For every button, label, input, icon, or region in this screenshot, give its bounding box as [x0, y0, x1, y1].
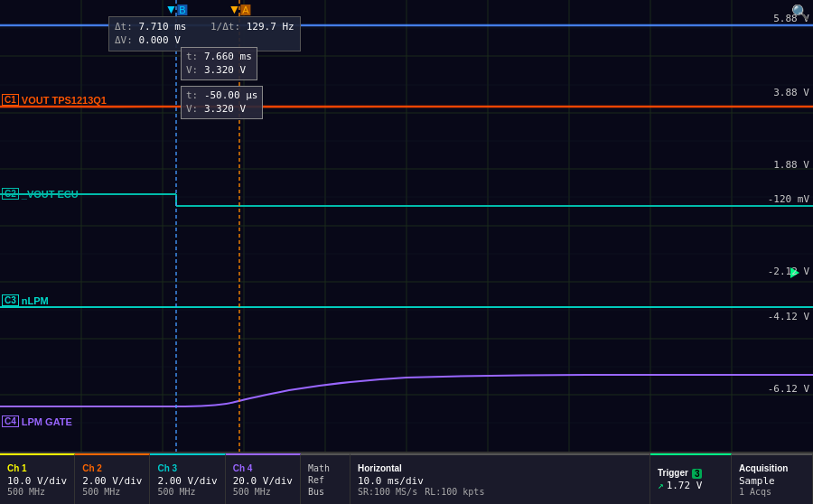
math-ref-bus-label: Math Ref Bus [308, 462, 342, 498]
voltage-label-6: -4.12 V [768, 311, 809, 322]
horizontal-sr: SR:100 MS/s [358, 487, 417, 497]
cursor-a-time: -50.00 µs [204, 89, 258, 101]
ch2-name: _VOUT ECU [22, 189, 79, 200]
ch3-title: Ch 3 [157, 463, 217, 473]
ch3-name: nLPM [22, 295, 49, 306]
ch1-bw: 500 MHz [7, 487, 67, 497]
trigger-arrow-icon: ↗ [658, 480, 664, 491]
trigger-channel: 3 [692, 469, 703, 479]
cursor-a-marker: ▼A [228, 2, 250, 16]
math-ref-bus[interactable]: Math Ref Bus [301, 453, 350, 504]
cursor-a-tooltip: t: -50.00 µs V: 3.320 V [181, 86, 263, 119]
ch2-label: C2 _VOUT ECU [2, 188, 79, 200]
trigger-level: 1.72 V [667, 480, 703, 491]
ch1-id: C1 [2, 94, 19, 106]
horizontal-settings[interactable]: Horizontal 10.0 ms/div SR:100 MS/s RL:10… [350, 453, 650, 504]
ch2-settings[interactable]: Ch 2 2.00 V/div 500 MHz [75, 453, 150, 504]
ch2-id: C2 [2, 188, 19, 200]
search-icon[interactable]: 🔍 [791, 4, 809, 21]
ch4-bw: 500 MHz [233, 487, 293, 497]
ch1-label: C1 VOUT TPS1213Q1 [2, 94, 107, 106]
cursor-b-time: 7.660 ms [204, 51, 252, 62]
voltage-label-7: -6.12 V [768, 383, 809, 395]
voltage-label-3: 1.88 V [773, 159, 809, 171]
horizontal-title: Horizontal [358, 463, 642, 473]
cursor-b-tooltip: t: 7.660 ms V: 3.320 V [181, 47, 257, 80]
voltage-label-4: -120 mV [768, 193, 809, 205]
ch2-title: Ch 2 [82, 463, 142, 473]
trigger-settings[interactable]: Trigger 3 ↗ 1.72 V [650, 453, 732, 504]
delta-t-value: 7.710 ms [139, 21, 187, 33]
ch3-id: C3 [2, 294, 19, 306]
delta-measurement-box: Δt: 7.710 ms 1/Δt: 129.7 Hz ΔV: 0.000 V [108, 16, 301, 51]
ch3-label: C3 nLPM [2, 294, 49, 306]
ch4-label: C4 LPM GATE [2, 415, 72, 427]
acquisition-acqs: 1 Acqs [739, 487, 805, 497]
ch2-vdiv: 2.00 V/div [82, 475, 142, 487]
horizontal-tpdiv: 10.0 ms/div [358, 475, 642, 487]
ch3-bw: 500 MHz [157, 487, 217, 497]
cursor-b-marker: ▼B [164, 2, 187, 16]
horizontal-rl: RL:100 kpts [425, 487, 484, 497]
ch2-bw: 500 MHz [82, 487, 142, 497]
trigger-title: Trigger [658, 468, 688, 478]
scope-screen: ▼B ▼A Δt: 7.710 ms 1/Δt: 129.7 Hz ΔV: 0.… [0, 0, 813, 452]
delta-v-value: 0.000 V [139, 34, 181, 46]
ch1-title: Ch 1 [7, 463, 67, 473]
acquisition-mode: Sample [739, 475, 805, 487]
ch1-settings[interactable]: Ch 1 10.0 V/div 500 MHz [0, 453, 75, 504]
ch4-title: Ch 4 [233, 463, 293, 473]
cursor-a-voltage: 3.320 V [204, 103, 246, 115]
ch4-id: C4 [2, 415, 19, 427]
acquisition-title: Acquisition [739, 463, 805, 473]
inv-delta-value: 129.7 Hz [247, 21, 294, 33]
ch4-vdiv: 20.0 V/div [233, 475, 293, 487]
acquisition-settings[interactable]: Acquisition Sample 1 Acqs [732, 453, 813, 504]
ch3-vdiv: 2.00 V/div [157, 475, 217, 487]
scope-grid [0, 0, 813, 452]
bottom-bar: Ch 1 10.0 V/div 500 MHz Ch 2 2.00 V/div … [0, 452, 813, 504]
ch4-name: LPM GATE [22, 416, 72, 427]
ch1-vdiv: 10.0 V/div [7, 475, 67, 487]
ch3-settings[interactable]: Ch 3 2.00 V/div 500 MHz [150, 453, 225, 504]
voltage-label-5: -2.12 V [768, 266, 809, 277]
ch1-name: VOUT TPS1213Q1 [22, 95, 107, 106]
ch4-settings[interactable]: Ch 4 20.0 V/div 500 MHz [226, 453, 301, 504]
voltage-label-2: 3.88 V [773, 87, 809, 98]
cursor-b-voltage: 3.320 V [204, 64, 246, 76]
